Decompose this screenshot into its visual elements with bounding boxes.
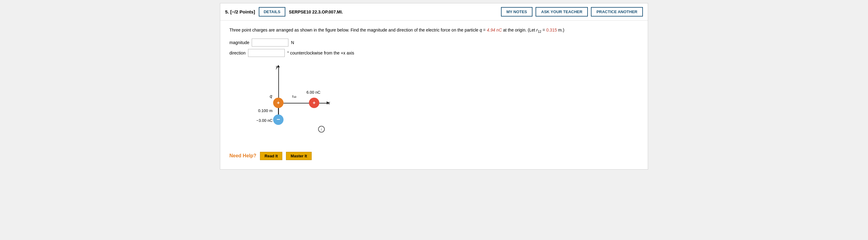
- charge-6nc-sign: +: [313, 100, 315, 106]
- charge-6nc: +: [309, 98, 319, 108]
- need-help-label: Need Help?: [229, 153, 256, 158]
- label-neg3nc: −3.00 nC: [256, 118, 273, 123]
- diagram-area: y x + q + 6.00 nC r₁₂ − 0.100 m −3.00 nC: [248, 63, 352, 143]
- problem-end: m.): [557, 28, 564, 32]
- q-value: 4.94: [487, 28, 495, 32]
- info-symbol: 𝑖: [321, 127, 322, 132]
- x-axis: [278, 103, 327, 103]
- problem-mid: at the origin. (Let r12 =: [502, 28, 546, 32]
- r12-value: 0.315: [546, 28, 557, 32]
- label-6nc: 6.00 nC: [306, 90, 320, 95]
- label-q: q: [270, 94, 272, 98]
- question-number: 5. [−/2 Points]: [225, 9, 255, 14]
- charge-q: +: [273, 98, 283, 108]
- ask-teacher-button[interactable]: ASK YOUR TEACHER: [535, 7, 588, 17]
- practice-another-button[interactable]: PRACTICE ANOTHER: [591, 7, 643, 17]
- master-it-button[interactable]: Master It: [286, 152, 311, 160]
- magnitude-row: magnitude N: [229, 38, 639, 47]
- label-distance: 0.100 m: [258, 108, 273, 113]
- main-container: 5. [−/2 Points] DETAILS SERPSE10 22.3.OP…: [220, 3, 648, 170]
- read-it-button[interactable]: Read It: [260, 152, 282, 160]
- need-help-section: Need Help? Read It Master It: [229, 152, 639, 160]
- direction-input[interactable]: [248, 49, 285, 57]
- problem-id: SERPSE10 22.3.OP.007.MI.: [289, 9, 497, 14]
- details-button[interactable]: DETAILS: [259, 7, 285, 17]
- y-axis-label: y: [276, 64, 278, 69]
- vertical-line: [278, 108, 279, 115]
- info-icon[interactable]: 𝑖: [318, 126, 325, 132]
- magnitude-input[interactable]: [252, 38, 288, 47]
- charge-neg-sign: −: [277, 116, 280, 123]
- my-notes-button[interactable]: MY NOTES: [501, 7, 533, 17]
- magnitude-unit: N: [291, 40, 294, 45]
- right-buttons: MY NOTES ASK YOUR TEACHER PRACTICE ANOTH…: [501, 7, 643, 17]
- problem-text: Three point charges are arranged as show…: [229, 27, 639, 34]
- charge-q-sign: +: [277, 100, 280, 106]
- label-r12: r₁₂: [292, 94, 297, 98]
- header-bar: 5. [−/2 Points] DETAILS SERPSE10 22.3.OP…: [220, 3, 648, 21]
- x-axis-label: x: [328, 100, 330, 105]
- q-unit: nC: [495, 28, 502, 32]
- direction-row: direction ° counterclockwise from the +x…: [229, 49, 639, 57]
- charge-neg3: −: [273, 115, 283, 125]
- problem-intro: Three point charges are arranged as show…: [229, 28, 487, 32]
- magnitude-label: magnitude: [229, 40, 249, 45]
- direction-unit: ° counterclockwise from the +x axis: [287, 51, 354, 55]
- content-area: Three point charges are arranged as show…: [220, 21, 648, 169]
- direction-label: direction: [229, 51, 246, 55]
